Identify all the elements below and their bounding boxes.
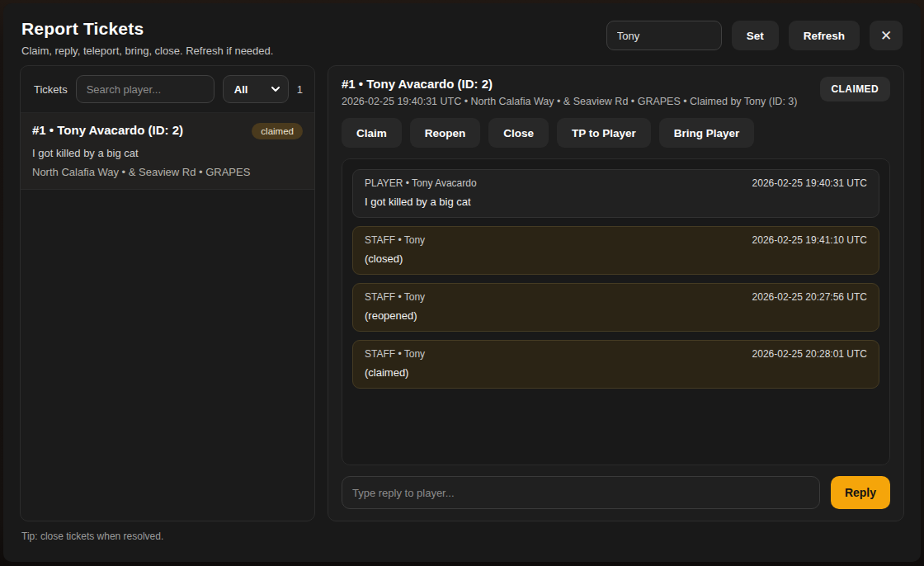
header: Report Tickets Claim, reply, teleport, b… [3,3,921,65]
message-head: STAFF • Tony 2026-02-25 20:27:56 UTC [365,291,867,303]
message-timestamp: 2026-02-25 19:41:10 UTC [752,234,867,246]
page-title: Report Tickets [21,19,273,39]
message-timestamp: 2026-02-25 20:27:56 UTC [752,291,867,303]
ticket-list-pane: Tickets All 1 #1 • Tony Avacardo (ID: 2)… [20,65,315,521]
ticket-list-header: Tickets All 1 [21,66,314,113]
message-timestamp: 2026-02-25 20:28:01 UTC [752,348,867,360]
message-card-staff: STAFF • Tony 2026-02-25 20:27:56 UTC (re… [352,283,879,332]
tp-to-player-button[interactable]: TP to Player [557,118,651,148]
ticket-count: 1 [297,83,304,96]
search-input[interactable] [76,75,214,103]
status-badge: CLAIMED [820,77,890,101]
claim-button[interactable]: Claim [342,118,402,148]
message-author: STAFF • Tony [365,234,425,246]
ticket-status-badge: claimed [252,123,303,139]
message-card-staff: STAFF • Tony 2026-02-25 19:41:10 UTC (cl… [352,226,879,275]
detail-header-text: #1 • Tony Avacardo (ID: 2) 2026-02-25 19… [342,77,797,107]
message-body: (reopened) [365,309,867,322]
ticket-item-title: #1 • Tony Avacardo (ID: 2) [32,123,183,137]
ticket-detail-pane: #1 • Tony Avacardo (ID: 2) 2026-02-25 19… [328,65,904,521]
set-button[interactable]: Set [732,21,779,50]
admin-name-input[interactable] [606,21,722,50]
message-body: (claimed) [365,366,867,379]
reply-row: Reply [342,476,890,509]
filter-select-value: All [234,83,248,96]
main-content: Tickets All 1 #1 • Tony Avacardo (ID: 2)… [3,65,921,521]
reply-button[interactable]: Reply [831,476,890,509]
detail-title: #1 • Tony Avacardo (ID: 2) [342,77,797,91]
bring-player-button[interactable]: Bring Player [659,118,755,148]
reopen-button[interactable]: Reopen [410,118,481,148]
message-author: STAFF • Tony [365,291,425,303]
message-author: PLAYER • Tony Avacardo [365,177,477,189]
message-timestamp: 2026-02-25 19:40:31 UTC [752,177,867,189]
close-ticket-button[interactable]: Close [488,118,549,148]
footer-tip: Tip: close tickets when resolved. [3,521,921,551]
message-head: STAFF • Tony 2026-02-25 19:41:10 UTC [365,234,867,246]
ticket-list-item[interactable]: #1 • Tony Avacardo (ID: 2) claimed I got… [21,113,314,190]
ticket-item-top: #1 • Tony Avacardo (ID: 2) claimed [32,123,303,139]
detail-header: #1 • Tony Avacardo (ID: 2) 2026-02-25 19… [342,77,890,107]
header-text: Report Tickets Claim, reply, teleport, b… [21,19,273,57]
message-card-staff: STAFF • Tony 2026-02-25 20:28:01 UTC (cl… [352,340,879,389]
filter-select[interactable]: All [223,75,289,103]
close-button[interactable]: ✕ [870,21,903,50]
reply-input[interactable] [342,476,820,509]
ticket-item-preview: I got killed by a big cat [32,147,303,159]
header-controls: Set Refresh ✕ [606,21,903,50]
message-head: PLAYER • Tony Avacardo 2026-02-25 19:40:… [365,177,867,189]
message-body: (closed) [365,252,867,265]
refresh-button[interactable]: Refresh [789,21,860,50]
message-author: STAFF • Tony [365,348,425,360]
detail-meta: 2026-02-25 19:40:31 UTC • North Calafia … [342,96,797,107]
ticket-item-location: North Calafia Way • & Seaview Rd • GRAPE… [32,166,303,178]
message-head: STAFF • Tony 2026-02-25 20:28:01 UTC [365,348,867,360]
page-subtitle: Claim, reply, teleport, bring, close. Re… [21,45,273,57]
message-body: I got killed by a big cat [365,196,867,208]
chevron-down-icon [271,84,280,94]
action-buttons: Claim Reopen Close TP to Player Bring Pl… [342,118,890,148]
ticket-list-title: Tickets [31,83,68,96]
report-tickets-panel: Report Tickets Claim, reply, teleport, b… [3,3,921,562]
message-list: PLAYER • Tony Avacardo 2026-02-25 19:40:… [342,158,890,465]
message-card-player: PLAYER • Tony Avacardo 2026-02-25 19:40:… [352,169,879,218]
close-icon: ✕ [880,27,892,45]
